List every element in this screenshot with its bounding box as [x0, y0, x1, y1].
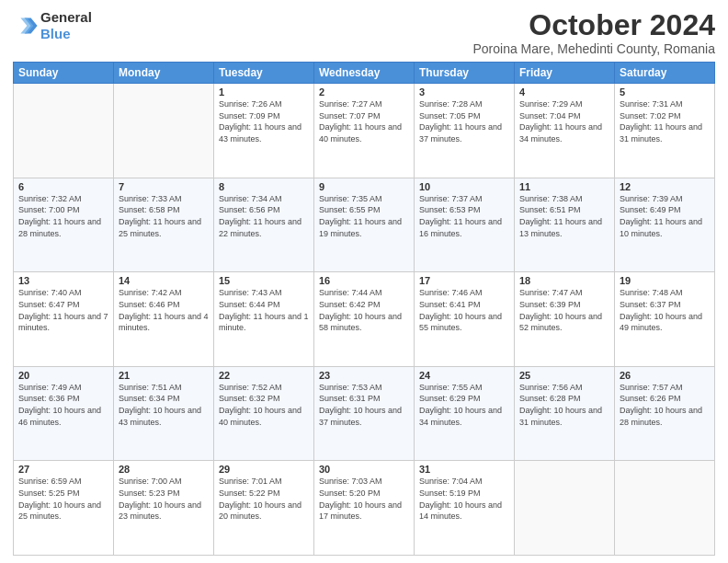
day-number: 4: [519, 86, 609, 98]
day-info: Sunrise: 7:31 AM Sunset: 7:02 PM Dayligh…: [620, 98, 710, 144]
logo: General Blue: [13, 9, 92, 42]
calendar-week-row: 1Sunrise: 7:26 AM Sunset: 7:09 PM Daylig…: [14, 84, 715, 178]
calendar-cell: 4Sunrise: 7:29 AM Sunset: 7:04 PM Daylig…: [515, 84, 615, 178]
day-number: 13: [18, 275, 108, 286]
day-number: 14: [119, 275, 209, 286]
day-info: Sunrise: 7:04 AM Sunset: 5:19 PM Dayligh…: [419, 476, 509, 522]
calendar-day-header: Friday: [515, 63, 615, 84]
main-title: October 2024: [472, 9, 715, 41]
day-number: 17: [419, 275, 509, 286]
calendar-cell: 8Sunrise: 7:34 AM Sunset: 6:56 PM Daylig…: [214, 178, 314, 272]
day-info: Sunrise: 7:28 AM Sunset: 7:05 PM Dayligh…: [419, 98, 509, 144]
calendar-week-row: 20Sunrise: 7:49 AM Sunset: 6:36 PM Dayli…: [14, 366, 715, 461]
day-number: 25: [519, 370, 609, 381]
calendar-day-header: Thursday: [415, 63, 515, 84]
day-info: Sunrise: 7:29 AM Sunset: 7:04 PM Dayligh…: [519, 98, 609, 144]
day-info: Sunrise: 7:47 AM Sunset: 6:39 PM Dayligh…: [519, 287, 609, 333]
day-info: Sunrise: 7:37 AM Sunset: 6:53 PM Dayligh…: [419, 193, 509, 239]
calendar-cell: 2Sunrise: 7:27 AM Sunset: 7:07 PM Daylig…: [314, 84, 415, 178]
calendar-day-header: Saturday: [615, 63, 715, 84]
logo-icon: [13, 13, 39, 39]
day-number: 26: [620, 370, 710, 381]
calendar-cell: 5Sunrise: 7:31 AM Sunset: 7:02 PM Daylig…: [615, 84, 715, 178]
day-info: Sunrise: 7:46 AM Sunset: 6:41 PM Dayligh…: [419, 287, 509, 333]
calendar-week-row: 27Sunrise: 6:59 AM Sunset: 5:25 PM Dayli…: [14, 461, 715, 556]
calendar-cell: 21Sunrise: 7:51 AM Sunset: 6:34 PM Dayli…: [114, 366, 214, 461]
day-info: Sunrise: 7:34 AM Sunset: 6:56 PM Dayligh…: [219, 193, 309, 239]
day-info: Sunrise: 7:44 AM Sunset: 6:42 PM Dayligh…: [319, 287, 409, 333]
calendar-cell: [114, 84, 214, 178]
day-number: 5: [620, 86, 710, 98]
day-info: Sunrise: 7:00 AM Sunset: 5:23 PM Dayligh…: [119, 476, 209, 522]
logo-line1: General: [40, 9, 92, 26]
day-number: 22: [219, 370, 309, 381]
day-info: Sunrise: 7:51 AM Sunset: 6:34 PM Dayligh…: [119, 382, 209, 428]
calendar-cell: 6Sunrise: 7:32 AM Sunset: 7:00 PM Daylig…: [14, 178, 114, 272]
calendar-cell: 23Sunrise: 7:53 AM Sunset: 6:31 PM Dayli…: [314, 366, 415, 461]
day-info: Sunrise: 7:38 AM Sunset: 6:51 PM Dayligh…: [519, 193, 609, 239]
day-number: 20: [18, 370, 108, 381]
day-number: 23: [319, 370, 409, 381]
day-number: 10: [419, 181, 509, 192]
day-info: Sunrise: 7:32 AM Sunset: 7:00 PM Dayligh…: [18, 193, 108, 239]
calendar-cell: 16Sunrise: 7:44 AM Sunset: 6:42 PM Dayli…: [314, 272, 415, 367]
calendar-cell: 10Sunrise: 7:37 AM Sunset: 6:53 PM Dayli…: [415, 178, 515, 272]
calendar-cell: 31Sunrise: 7:04 AM Sunset: 5:19 PM Dayli…: [415, 461, 515, 556]
day-number: 8: [219, 181, 309, 192]
day-info: Sunrise: 7:43 AM Sunset: 6:44 PM Dayligh…: [219, 287, 309, 333]
day-number: 3: [419, 86, 509, 98]
calendar-cell: 29Sunrise: 7:01 AM Sunset: 5:22 PM Dayli…: [214, 461, 314, 556]
day-number: 31: [419, 464, 509, 475]
calendar-cell: 3Sunrise: 7:28 AM Sunset: 7:05 PM Daylig…: [415, 84, 515, 178]
day-info: Sunrise: 7:57 AM Sunset: 6:26 PM Dayligh…: [620, 382, 710, 428]
calendar-cell: 7Sunrise: 7:33 AM Sunset: 6:58 PM Daylig…: [114, 178, 214, 272]
header: General Blue October 2024 Poroina Mare, …: [13, 9, 715, 56]
calendar-day-header: Tuesday: [214, 63, 314, 84]
calendar-week-row: 6Sunrise: 7:32 AM Sunset: 7:00 PM Daylig…: [14, 178, 715, 272]
calendar-cell: 24Sunrise: 7:55 AM Sunset: 6:29 PM Dayli…: [415, 366, 515, 461]
day-number: 29: [219, 464, 309, 475]
logo-text: General Blue: [40, 9, 92, 42]
day-number: 7: [119, 181, 209, 192]
day-number: 30: [319, 464, 409, 475]
day-number: 19: [620, 275, 710, 286]
day-info: Sunrise: 7:26 AM Sunset: 7:09 PM Dayligh…: [219, 98, 309, 144]
calendar-cell: 20Sunrise: 7:49 AM Sunset: 6:36 PM Dayli…: [14, 366, 114, 461]
day-info: Sunrise: 7:48 AM Sunset: 6:37 PM Dayligh…: [620, 287, 710, 333]
logo-line2: Blue: [40, 26, 71, 41]
day-info: Sunrise: 7:55 AM Sunset: 6:29 PM Dayligh…: [419, 382, 509, 428]
day-info: Sunrise: 7:03 AM Sunset: 5:20 PM Dayligh…: [319, 476, 409, 522]
day-info: Sunrise: 7:42 AM Sunset: 6:46 PM Dayligh…: [119, 287, 209, 333]
day-number: 15: [219, 275, 309, 286]
day-info: Sunrise: 7:40 AM Sunset: 6:47 PM Dayligh…: [18, 287, 108, 333]
calendar-header-row: SundayMondayTuesdayWednesdayThursdayFrid…: [14, 63, 715, 84]
day-number: 9: [319, 181, 409, 192]
day-info: Sunrise: 7:33 AM Sunset: 6:58 PM Dayligh…: [119, 193, 209, 239]
day-info: Sunrise: 7:39 AM Sunset: 6:49 PM Dayligh…: [620, 193, 710, 239]
calendar-cell: 27Sunrise: 6:59 AM Sunset: 5:25 PM Dayli…: [14, 461, 114, 556]
day-number: 24: [419, 370, 509, 381]
day-info: Sunrise: 7:52 AM Sunset: 6:32 PM Dayligh…: [219, 382, 309, 428]
calendar-cell: 17Sunrise: 7:46 AM Sunset: 6:41 PM Dayli…: [415, 272, 515, 367]
day-number: 1: [219, 86, 309, 98]
calendar-cell: 26Sunrise: 7:57 AM Sunset: 6:26 PM Dayli…: [615, 366, 715, 461]
title-area: October 2024 Poroina Mare, Mehedinti Cou…: [472, 9, 715, 56]
calendar-day-header: Wednesday: [314, 63, 415, 84]
calendar-cell: 11Sunrise: 7:38 AM Sunset: 6:51 PM Dayli…: [515, 178, 615, 272]
calendar-cell: 12Sunrise: 7:39 AM Sunset: 6:49 PM Dayli…: [615, 178, 715, 272]
day-info: Sunrise: 7:27 AM Sunset: 7:07 PM Dayligh…: [319, 98, 409, 144]
day-number: 2: [319, 86, 409, 98]
day-number: 27: [18, 464, 108, 475]
day-number: 18: [519, 275, 609, 286]
calendar-cell: [515, 461, 615, 556]
day-info: Sunrise: 7:53 AM Sunset: 6:31 PM Dayligh…: [319, 382, 409, 428]
subtitle: Poroina Mare, Mehedinti County, Romania: [472, 41, 715, 56]
calendar-cell: 9Sunrise: 7:35 AM Sunset: 6:55 PM Daylig…: [314, 178, 415, 272]
page: General Blue October 2024 Poroina Mare, …: [0, 0, 728, 563]
day-info: Sunrise: 7:01 AM Sunset: 5:22 PM Dayligh…: [219, 476, 309, 522]
day-number: 21: [119, 370, 209, 381]
day-number: 28: [119, 464, 209, 475]
calendar-week-row: 13Sunrise: 7:40 AM Sunset: 6:47 PM Dayli…: [14, 272, 715, 367]
day-number: 16: [319, 275, 409, 286]
day-number: 6: [18, 181, 108, 192]
